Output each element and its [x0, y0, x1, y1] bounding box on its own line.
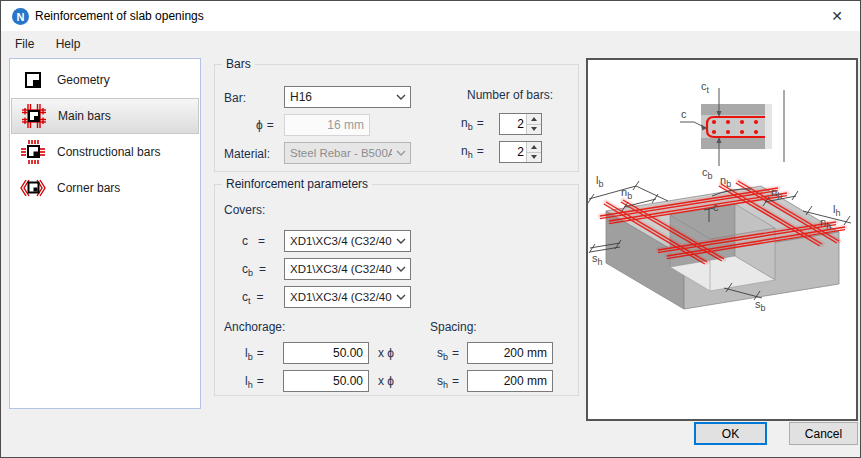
reinforcement-parameters-title: Reinforcement parameters: [222, 177, 372, 191]
reinforcement-dialog: N Reinforcement of slab openings ✕ File …: [0, 0, 861, 458]
app-logo-icon: N: [12, 8, 29, 25]
spin-up-icon[interactable]: [527, 142, 541, 152]
number-of-bars-label: Number of bars:: [467, 88, 553, 102]
sidebar-item-geometry[interactable]: Geometry: [11, 62, 199, 98]
section-cb-label: cb: [702, 166, 713, 181]
iso-nb-left-label: nb: [621, 186, 632, 201]
app-logo-letter: N: [17, 11, 25, 23]
sidebar-item-corner-bars[interactable]: Corner bars: [11, 170, 199, 206]
cancel-button-label: Cancel: [805, 427, 842, 441]
cover-cb-select[interactable]: XD1\XC3/4 (C32/40,I: [284, 258, 411, 280]
iso-sb-label: sb: [755, 298, 766, 313]
iso-nh-top-label: nh: [771, 186, 782, 201]
cover-ct-label: ct=: [242, 290, 264, 306]
phi-label: ϕ=: [256, 118, 274, 132]
main-bars-icon: [19, 102, 49, 130]
iso-lb-label: lb: [596, 174, 603, 189]
nh-stepper-value[interactable]: [500, 142, 526, 162]
lb-input[interactable]: [283, 342, 369, 364]
nb-stepper-buttons: [526, 114, 541, 134]
cover-c-select[interactable]: XD1\XC3/4 (C32/40,I: [284, 230, 411, 252]
constructional-bars-icon: [18, 138, 48, 166]
section-c-label: c: [681, 108, 687, 123]
preview-panel: ct c cb lb nb nb nh lh nh c sh sb: [586, 58, 858, 421]
chevron-down-icon: [392, 231, 410, 251]
bars-group-title: Bars: [222, 57, 255, 71]
cover-c-label: c=: [242, 234, 265, 250]
material-select: Steel Rebar - B500A,: [284, 142, 411, 164]
iso-nh-right-label: nh: [820, 216, 831, 231]
geometry-icon: [18, 66, 48, 94]
menubar: File Help: [1, 31, 860, 57]
sb-label: sb=: [437, 346, 459, 362]
section-ct-label: ct: [701, 80, 709, 95]
sidebar-item-label: Corner bars: [57, 181, 120, 195]
sb-input[interactable]: [467, 342, 553, 364]
cover-c-value: XD1\XC3/4 (C32/40,I: [285, 235, 392, 247]
chevron-down-icon: [392, 287, 410, 307]
corner-bars-icon: [18, 174, 48, 202]
sh-label: sh=: [437, 374, 459, 390]
window-title: Reinforcement of slab openings: [35, 9, 204, 23]
covers-label: Covers:: [224, 203, 265, 217]
iso-nb-top-label: nb: [720, 174, 731, 189]
lh-suffix: x ϕ: [378, 374, 394, 388]
titlebar: N Reinforcement of slab openings ✕: [1, 1, 860, 31]
chevron-down-icon: [392, 259, 410, 279]
nb-label: nb=: [461, 116, 484, 132]
iso-c-label: c: [713, 201, 719, 216]
iso-sh-label: sh: [592, 252, 603, 267]
reinforcement-parameters-group: Reinforcement parameters Covers: c= XD1\…: [214, 184, 579, 396]
nb-stepper[interactable]: [499, 113, 542, 135]
preview-illustration: [588, 60, 856, 419]
cover-ct-select[interactable]: XD1\XC3/4 (C32/40,I: [284, 286, 411, 308]
sidebar-item-label: Geometry: [57, 73, 110, 87]
cancel-button[interactable]: Cancel: [789, 422, 858, 445]
lb-label: lb=: [245, 346, 264, 362]
cover-ct-value: XD1\XC3/4 (C32/40,I: [285, 291, 392, 303]
nh-label: nh=: [461, 144, 484, 160]
sidebar: Geometry Main bars: [9, 58, 201, 409]
sidebar-item-main-bars[interactable]: Main bars: [11, 98, 199, 134]
spin-down-icon[interactable]: [527, 152, 541, 163]
menu-help[interactable]: Help: [47, 32, 90, 56]
sh-input[interactable]: [467, 370, 553, 392]
nh-stepper-buttons: [526, 142, 541, 162]
chevron-down-icon: [392, 87, 410, 107]
iso-lh-label: lh: [833, 203, 840, 218]
spacing-label: Spacing:: [430, 320, 477, 334]
chevron-down-icon: [392, 143, 410, 163]
lh-input[interactable]: [283, 370, 369, 392]
sidebar-item-constructional-bars[interactable]: Constructional bars: [11, 134, 199, 170]
close-icon[interactable]: ✕: [822, 5, 852, 27]
bar-select[interactable]: H16: [284, 86, 411, 108]
bars-group: Bars Bar: H16 ϕ= Material: Steel Rebar -…: [214, 64, 579, 172]
lh-label: lh=: [245, 374, 264, 390]
nh-stepper[interactable]: [499, 141, 542, 163]
sidebar-item-label: Constructional bars: [57, 145, 160, 159]
spin-down-icon[interactable]: [527, 124, 541, 135]
bar-label: Bar:: [224, 91, 246, 105]
bar-select-value: H16: [285, 90, 392, 104]
material-select-value: Steel Rebar - B500A,: [285, 147, 392, 159]
ok-button[interactable]: OK: [694, 422, 767, 445]
phi-input: [284, 114, 370, 136]
cover-cb-value: XD1\XC3/4 (C32/40,I: [285, 263, 392, 275]
spin-up-icon[interactable]: [527, 114, 541, 124]
anchorage-label: Anchorage:: [224, 320, 285, 334]
ok-button-label: OK: [722, 427, 739, 441]
lb-suffix: x ϕ: [378, 346, 394, 360]
sidebar-item-label: Main bars: [58, 109, 111, 123]
material-label: Material:: [224, 147, 270, 161]
menu-file[interactable]: File: [6, 32, 43, 56]
cover-cb-label: cb=: [242, 262, 266, 278]
section-detail: [680, 88, 784, 166]
nb-stepper-value[interactable]: [500, 114, 526, 134]
